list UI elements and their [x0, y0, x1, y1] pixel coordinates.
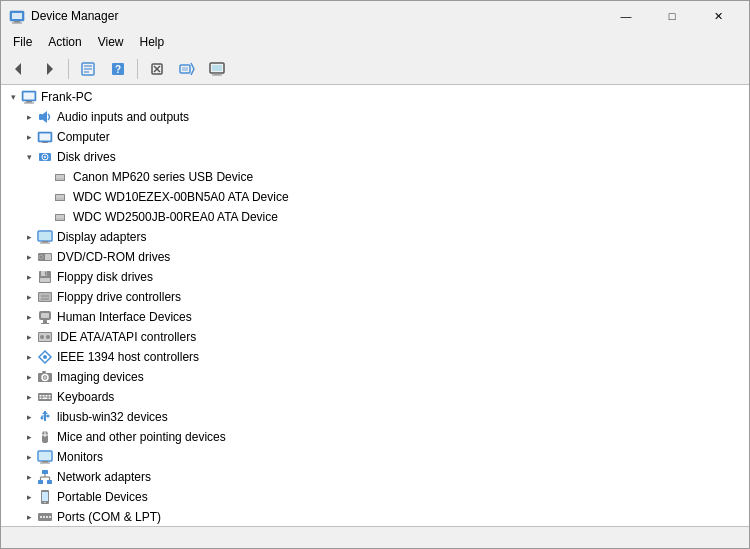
list-item[interactable]: Disk drives: [1, 147, 749, 167]
wdc2-label: WDC WD2500JB-00REA0 ATA Device: [73, 210, 278, 224]
mouse-icon: [37, 429, 53, 445]
list-item[interactable]: Monitors: [1, 447, 749, 467]
svg-point-67: [44, 376, 47, 379]
svg-rect-51: [40, 278, 50, 282]
hid-expander[interactable]: [21, 309, 37, 325]
portable-expander[interactable]: [21, 489, 37, 505]
disk-item-icon: [53, 209, 69, 225]
monitor-expander[interactable]: [21, 449, 37, 465]
keyboard-label: Keyboards: [57, 390, 114, 404]
back-button[interactable]: [5, 56, 33, 82]
list-item[interactable]: libusb-win32 devices: [1, 407, 749, 427]
ide-icon: [37, 329, 53, 345]
svg-point-31: [44, 156, 46, 158]
tree-root[interactable]: Frank-PC: [1, 87, 749, 107]
computer-expander[interactable]: [21, 129, 37, 145]
ieee-label: IEEE 1394 host controllers: [57, 350, 199, 364]
svg-rect-42: [39, 232, 51, 240]
menu-file[interactable]: File: [5, 33, 40, 51]
svg-rect-44: [40, 243, 50, 244]
network-label: Network adapters: [57, 470, 151, 484]
properties-button[interactable]: [74, 56, 102, 82]
monitor-label: Monitors: [57, 450, 103, 464]
audio-expander[interactable]: [21, 109, 37, 125]
help-button[interactable]: ?: [104, 56, 132, 82]
svg-rect-85: [42, 470, 48, 474]
menu-help[interactable]: Help: [132, 33, 173, 51]
svg-rect-20: [212, 74, 222, 75]
floppy-expander[interactable]: [21, 269, 37, 285]
imaging-label: Imaging devices: [57, 370, 144, 384]
disk-label: Disk drives: [57, 150, 116, 164]
display-expander[interactable]: [21, 229, 37, 245]
ieee-expander[interactable]: [21, 349, 37, 365]
list-item[interactable]: Mice and other pointing devices: [1, 427, 749, 447]
usb-expander[interactable]: [21, 409, 37, 425]
svg-point-62: [40, 335, 44, 339]
list-item[interactable]: Ports (COM & LPT): [1, 507, 749, 526]
svg-rect-73: [49, 395, 51, 397]
title-bar-buttons: — □ ✕: [603, 1, 741, 31]
svg-rect-86: [38, 480, 43, 484]
list-item[interactable]: WDC WD10EZEX-00BN5A0 ATA Device: [1, 187, 749, 207]
root-expander[interactable]: [5, 89, 21, 105]
svg-rect-94: [44, 502, 46, 503]
dvd-expander[interactable]: [21, 249, 37, 265]
computer-icon: [21, 89, 37, 105]
floppy-ctrl-expander[interactable]: [21, 289, 37, 305]
menu-view[interactable]: View: [90, 33, 132, 51]
minimize-button[interactable]: —: [603, 1, 649, 31]
wdc1-label: WDC WD10EZEX-00BN5A0 ATA Device: [73, 190, 289, 204]
svg-marker-4: [15, 63, 21, 75]
forward-button[interactable]: [35, 56, 63, 82]
uninstall-button[interactable]: [143, 56, 171, 82]
audio-label: Audio inputs and outputs: [57, 110, 189, 124]
svg-rect-23: [26, 101, 32, 103]
portable-label: Portable Devices: [57, 490, 148, 504]
list-item[interactable]: Network adapters: [1, 467, 749, 487]
floppy-ctrl-icon: [37, 289, 53, 305]
keyboard-icon: [37, 389, 53, 405]
svg-rect-50: [45, 272, 47, 276]
list-item[interactable]: Display adapters: [1, 227, 749, 247]
svg-point-63: [46, 335, 50, 339]
list-item[interactable]: Imaging devices: [1, 367, 749, 387]
scan-button[interactable]: [173, 56, 201, 82]
svg-rect-24: [24, 103, 34, 104]
monitor-button[interactable]: [203, 56, 231, 82]
ports-expander[interactable]: [21, 509, 37, 525]
imaging-expander[interactable]: [21, 369, 37, 385]
disk-icon: [37, 149, 53, 165]
display-label: Display adapters: [57, 230, 146, 244]
device-tree[interactable]: Frank-PC Audio inputs and outputs: [1, 85, 749, 526]
list-item[interactable]: Computer: [1, 127, 749, 147]
list-item[interactable]: Portable Devices: [1, 487, 749, 507]
list-item[interactable]: Keyboards: [1, 387, 749, 407]
menu-action[interactable]: Action: [40, 33, 89, 51]
network-expander[interactable]: [21, 469, 37, 485]
canon-label: Canon MP620 series USB Device: [73, 170, 253, 184]
disk-expander[interactable]: [21, 149, 37, 165]
mouse-expander[interactable]: [21, 429, 37, 445]
maximize-button[interactable]: □: [649, 1, 695, 31]
list-item[interactable]: Human Interface Devices: [1, 307, 749, 327]
svg-rect-68: [42, 371, 46, 373]
svg-rect-70: [40, 395, 42, 397]
list-item[interactable]: Canon MP620 series USB Device: [1, 167, 749, 187]
keyboard-expander[interactable]: [21, 389, 37, 405]
list-item[interactable]: Floppy disk drives: [1, 267, 749, 287]
list-item[interactable]: Audio inputs and outputs: [1, 107, 749, 127]
ide-expander[interactable]: [21, 329, 37, 345]
list-item[interactable]: Floppy drive controllers: [1, 287, 749, 307]
network-icon: [37, 469, 53, 485]
svg-rect-19: [214, 73, 220, 75]
list-item[interactable]: WDC WD2500JB-00REA0 ATA Device: [1, 207, 749, 227]
floppy-label: Floppy disk drives: [57, 270, 153, 284]
list-item[interactable]: IEEE 1394 host controllers: [1, 347, 749, 367]
mouse-label: Mice and other pointing devices: [57, 430, 226, 444]
list-item[interactable]: DVD/CD-ROM drives: [1, 247, 749, 267]
usb-icon: [37, 409, 53, 425]
disk-item-icon: [53, 189, 69, 205]
close-button[interactable]: ✕: [695, 1, 741, 31]
list-item[interactable]: IDE ATA/ATAPI controllers: [1, 327, 749, 347]
